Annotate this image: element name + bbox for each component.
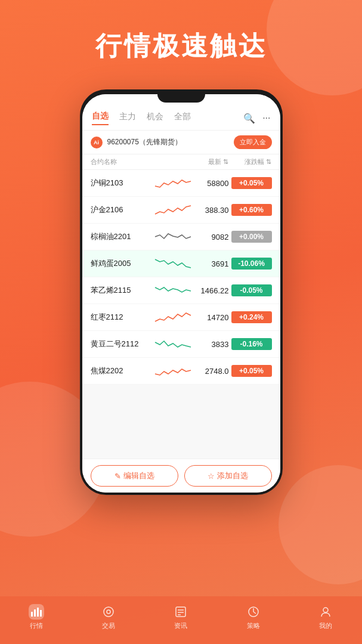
nav-label-trade: 交易 [102,621,115,630]
stock-price: 14720 [194,313,229,322]
tab-jihui[interactable]: 机会 [147,112,163,125]
stock-name: 沪铜2103 [91,178,151,188]
stock-chart [155,335,191,353]
nav-item-profile[interactable]: 我的 [318,604,333,630]
svg-point-13 [323,608,328,612]
stock-chart [155,281,191,299]
stock-name: 焦煤2202 [91,366,151,376]
deco-circle-right [279,465,362,584]
nav-item-market[interactable]: 行情 [29,604,44,630]
tab-zhuli[interactable]: 主力 [119,112,136,125]
stock-chart [155,174,191,192]
stock-chart [155,228,191,246]
stock-row[interactable]: 沪金2106 388.30 +0.60% [82,197,280,224]
stock-name: 苯乙烯2115 [91,285,151,296]
svg-rect-2 [37,608,39,617]
stock-price: 9082 [194,233,229,242]
stock-price: 3691 [194,259,229,268]
tab-zixuan[interactable]: 自选 [92,111,109,125]
stock-row[interactable]: 苯乙烯2115 1466.22 -0.05% [82,277,280,304]
banner-button[interactable]: 立即入金 [234,135,272,149]
stock-row[interactable]: 鲜鸡蛋2005 3691 -10.06% [82,250,280,277]
banner-logo-text: Ai [94,140,99,145]
stock-name: 鲜鸡蛋2005 [91,258,151,269]
stock-price: 2748.0 [194,367,229,376]
stock-name: 棕榈油2201 [91,231,151,242]
stock-name: 红枣2112 [91,312,151,323]
nav-item-news[interactable]: 资讯 [173,604,188,630]
profile-icon [318,604,333,620]
stock-price: 3833 [194,340,229,349]
nav-item-trade[interactable]: 交易 [101,604,116,630]
stock-row[interactable]: 棕榈油2201 9082 +0.00% [82,224,280,250]
svg-line-12 [253,612,256,614]
stock-change: +0.60% [231,204,272,216]
stock-row[interactable]: 焦煤2202 2748.0 +0.05% [82,358,280,385]
nav-label-profile: 我的 [319,621,332,630]
column-header: 合约名称 最新 ⇅ 涨跌幅 ⇅ [82,154,280,170]
news-icon [173,604,188,620]
stock-row[interactable]: 红枣2112 14720 +0.24% [82,304,280,331]
banner-text: 96200075（先锋期货） [107,137,234,147]
svg-point-4 [104,607,113,617]
stock-list: 沪铜2103 58800 +0.05% 沪金2106 388.30 +0.60% [82,170,280,459]
more-icon[interactable]: ··· [262,113,270,123]
star-icon: ☆ [208,472,215,481]
trade-icon [101,604,116,620]
stock-row[interactable]: 沪铜2103 58800 +0.05% [82,170,280,197]
stock-row[interactable]: 黄豆二号2112 3833 -0.16% [82,331,280,358]
search-icon[interactable]: 🔍 [243,113,255,124]
edit-watchlist-button[interactable]: ✎ 编辑自选 [91,465,178,487]
svg-rect-0 [31,612,33,617]
stock-chart [155,308,191,326]
banner-logo: Ai [91,137,103,148]
phone-mockup: 自选 主力 机会 全部 🔍 ··· Ai 96200075（先锋期货） 立即入金… [80,89,283,495]
stock-name: 沪金2106 [91,205,151,215]
stock-change: +0.05% [231,365,272,377]
add-label: 添加自选 [217,470,248,481]
add-watchlist-button[interactable]: ☆ 添加自选 [184,465,272,487]
col-name-header: 合约名称 [91,157,187,166]
nav-label-news: 资讯 [174,621,187,630]
nav-item-strategy[interactable]: 策略 [246,604,261,630]
stock-change: -0.16% [231,338,272,350]
stock-change: -0.05% [231,284,272,296]
page-title: 行情极速触达 [0,29,362,64]
edit-label: 编辑自选 [123,470,154,481]
edit-icon: ✎ [115,472,121,481]
svg-rect-1 [34,609,36,617]
tab-quanbu[interactable]: 全部 [174,112,191,125]
phone-notch [157,89,205,103]
stock-chart [155,201,191,219]
nav-label-strategy: 策略 [247,621,260,630]
svg-point-5 [107,610,110,614]
strategy-icon [246,604,261,620]
nav-label-market: 行情 [30,621,43,630]
stock-price: 388.30 [194,206,229,215]
stock-change: +0.05% [231,177,272,189]
stock-change: +0.24% [231,311,272,323]
bottom-buttons: ✎ 编辑自选 ☆ 添加自选 [82,459,280,493]
stock-price: 58800 [194,179,229,188]
app-content: 自选 主力 机会 全部 🔍 ··· Ai 96200075（先锋期货） 立即入金… [82,94,280,493]
col-change-header[interactable]: 涨跌幅 ⇅ [229,157,272,166]
stock-name: 黄豆二号2112 [91,339,151,349]
col-price-header[interactable]: 最新 ⇅ [187,157,229,166]
svg-rect-3 [40,610,42,617]
stock-price: 1466.22 [194,286,229,295]
market-icon [29,604,44,620]
bottom-nav: 行情 交易 资讯 策略 [0,596,362,644]
banner: Ai 96200075（先锋期货） 立即入金 [82,131,280,154]
stock-chart [155,362,191,380]
stock-chart [155,255,191,273]
stock-change: +0.00% [231,231,272,243]
stock-change: -10.06% [231,258,272,270]
phone-screen: 自选 主力 机会 全部 🔍 ··· Ai 96200075（先锋期货） 立即入金… [82,94,280,493]
